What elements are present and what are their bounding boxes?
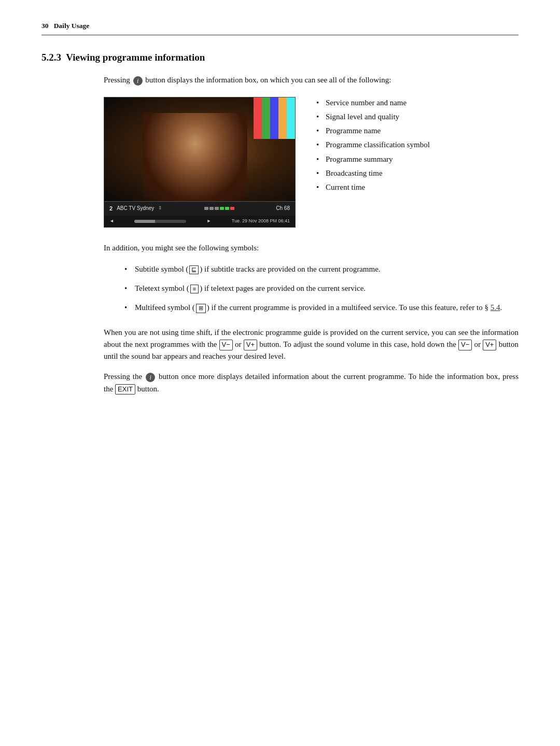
tv-screenshot: 2 ABC TV Sydney ⇕ Ch 68 ◄ <box>104 97 296 228</box>
multifeed-symbol-item: Multifeed symbol (⊞) if the current prog… <box>124 302 519 314</box>
features-list: Service number and name Signal level and… <box>316 97 430 196</box>
list-item: Current time <box>316 181 430 193</box>
multifeed-symbol-desc: if the current programme is provided in … <box>212 303 502 312</box>
channel-name: ABC TV Sydney <box>117 204 154 213</box>
teletext-symbol-item: Teletext symbol (≡) if teletext pages ar… <box>124 283 519 294</box>
subtitle-symbol-item: Subtitle symbol (⊑) if subtitle tracks a… <box>124 263 519 275</box>
multifeed-symbol-label: Multifeed symbol <box>135 303 190 312</box>
sig-seg-5 <box>225 207 229 210</box>
section-title: 5.2.3 Viewing programme information <box>41 50 519 65</box>
v-plus-button-2: V+ <box>483 340 496 350</box>
tv-info-left: 2 ABC TV Sydney ⇕ <box>109 204 162 213</box>
subtitle-symbol-icon: ⊑ <box>189 265 199 275</box>
person-overlay <box>143 113 247 201</box>
screenshot-row: 2 ABC TV Sydney ⇕ Ch 68 ◄ <box>104 97 519 228</box>
sig-seg-3 <box>215 207 219 210</box>
sig-seg-4 <box>220 207 224 210</box>
progress-bar <box>134 220 186 223</box>
signal-bar <box>204 207 234 210</box>
subtitle-symbol-desc: if subtitle tracks are provided on the c… <box>204 265 380 273</box>
channel-arrows: ⇕ <box>158 205 162 212</box>
sig-seg-2 <box>209 207 214 210</box>
tv-time-display: Tue. 29 Nov 2008 PM 06:41 <box>232 218 290 225</box>
teletext-symbol-icon: ≡ <box>190 285 199 293</box>
detail-info-paragraph: Pressing the i button once more displays… <box>104 371 519 395</box>
symbols-list: Subtitle symbol (⊑) if subtitle tracks a… <box>124 263 519 314</box>
list-item: Programme summary <box>316 153 430 165</box>
page-header: 30 Daily Usage <box>41 21 519 35</box>
ch-display: Ch 68 <box>276 204 290 213</box>
timeshift-paragraph: When you are not using time shift, if th… <box>104 327 519 363</box>
list-item: Programme name <box>316 125 430 137</box>
list-item: Broadcasting time <box>316 167 430 179</box>
teletext-symbol-label: Teletext symbol <box>135 284 185 292</box>
sig-seg-6 <box>230 207 234 210</box>
sig-seg-1 <box>204 207 208 210</box>
addition-paragraph: In addition, you might see the following… <box>104 242 519 254</box>
page-number-chapter: 30 Daily Usage <box>41 21 89 32</box>
section-link[interactable]: 5.4 <box>491 303 500 312</box>
intro-paragraph: Pressing i button displays the informati… <box>104 74 519 86</box>
progress-fill <box>134 220 155 223</box>
list-item: Signal level and quality <box>316 111 430 123</box>
v-minus-button-2: V− <box>458 340 472 350</box>
subtitle-symbol-label: Subtitle symbol <box>135 265 184 273</box>
list-item: Service number and name <box>316 97 430 109</box>
tv-image <box>104 97 295 201</box>
top-right-strips <box>254 97 295 139</box>
teletext-symbol-desc: if teletext pages are provided on the cu… <box>204 284 366 292</box>
progress-arrow-right: ► <box>207 218 212 225</box>
multifeed-symbol-icon: ⊞ <box>196 304 206 313</box>
v-plus-button-1: V+ <box>244 340 257 350</box>
list-item: Programme classification symbol <box>316 139 430 151</box>
info-button-icon: i <box>133 76 143 86</box>
exit-button: EXIT <box>115 384 135 395</box>
tv-info-bar: 2 ABC TV Sydney ⇕ Ch 68 <box>104 201 295 216</box>
channel-number: 2 <box>109 204 113 213</box>
tv-time-bar: ◄ ► Tue. 29 Nov 2008 PM 06:41 <box>104 216 295 227</box>
info-button-icon-2: i <box>146 373 155 382</box>
progress-arrow-left: ◄ <box>109 218 114 225</box>
v-minus-button-1: V− <box>219 340 233 350</box>
